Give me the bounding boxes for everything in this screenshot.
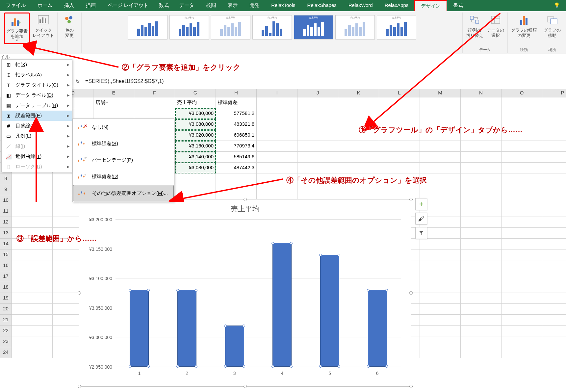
cell-N15[interactable] bbox=[461, 249, 502, 260]
cell-I1[interactable] bbox=[257, 97, 297, 108]
cell-N8[interactable] bbox=[461, 173, 502, 184]
cell-K6[interactable] bbox=[338, 152, 379, 163]
cell-L1[interactable] bbox=[379, 97, 420, 108]
cell-O6[interactable] bbox=[502, 152, 542, 163]
row-header-19[interactable]: 19 bbox=[0, 293, 12, 304]
row-header-9[interactable]: 9 bbox=[0, 184, 12, 195]
cell-K3[interactable] bbox=[338, 119, 379, 130]
cell-P22[interactable] bbox=[542, 326, 566, 336]
cell-O21[interactable] bbox=[502, 315, 542, 326]
move-chart-button[interactable]: グラフの 移動 bbox=[542, 13, 562, 39]
cell-N5[interactable] bbox=[461, 141, 502, 152]
tab-design[interactable]: デザイン bbox=[414, 0, 447, 11]
chart-bar-5[interactable] bbox=[320, 255, 339, 367]
cell-M21[interactable] bbox=[420, 315, 461, 326]
row-header-10[interactable]: 10 bbox=[0, 195, 12, 206]
cell-O20[interactable] bbox=[502, 304, 542, 315]
cell-M15[interactable] bbox=[420, 249, 461, 260]
cell-E1[interactable]: 店舗E bbox=[93, 97, 134, 108]
cell-P21[interactable] bbox=[542, 315, 566, 326]
cell-J5[interactable] bbox=[297, 141, 338, 152]
cell-K5[interactable] bbox=[338, 141, 379, 152]
cell-O8[interactable] bbox=[502, 173, 542, 184]
col-header-M[interactable]: M bbox=[420, 89, 461, 97]
cell-C13[interactable] bbox=[12, 228, 53, 239]
col-header-F[interactable]: F bbox=[134, 89, 175, 97]
cell-H1[interactable]: 標準偏差 bbox=[216, 97, 257, 108]
cell-L2[interactable] bbox=[379, 108, 420, 119]
tab-data[interactable]: データ bbox=[173, 0, 200, 11]
cell-M22[interactable] bbox=[420, 326, 461, 336]
tell-me-icon[interactable]: 💡 bbox=[548, 0, 566, 11]
cell-O9[interactable] bbox=[502, 184, 542, 195]
cell-N16[interactable] bbox=[461, 260, 502, 271]
menu-item-軸[interactable]: ⊞軸(X)▶ bbox=[2, 60, 72, 70]
cell-N13[interactable] bbox=[461, 228, 502, 239]
row-header-21[interactable]: 21 bbox=[0, 315, 12, 326]
chart-style-6[interactable]: 売上平均 bbox=[335, 15, 375, 39]
cell-P7[interactable] bbox=[542, 163, 566, 173]
cell-N23[interactable] bbox=[461, 336, 502, 347]
cell-N19[interactable] bbox=[461, 293, 502, 304]
row-header-18[interactable]: 18 bbox=[0, 282, 12, 293]
select-data-button[interactable]: データの 選択 bbox=[486, 13, 505, 39]
cell-P9[interactable] bbox=[542, 184, 566, 195]
cell-E2[interactable] bbox=[93, 108, 134, 119]
cell-H3[interactable]: 483321.8 bbox=[216, 119, 257, 130]
submenu-item-S[interactable]: 標準誤差(S) bbox=[73, 135, 174, 152]
cell-O10[interactable] bbox=[502, 195, 542, 206]
cell-J7[interactable] bbox=[297, 163, 338, 173]
cell-F2[interactable] bbox=[134, 108, 175, 119]
cell-J3[interactable] bbox=[297, 119, 338, 130]
row-header-20[interactable]: 20 bbox=[0, 304, 12, 315]
cell-L5[interactable] bbox=[379, 141, 420, 152]
menu-item-誤差範囲[interactable]: ⧗誤差範囲(E)▶ bbox=[2, 111, 72, 121]
chart-bar-1[interactable] bbox=[130, 290, 149, 367]
cell-H2[interactable]: 577581.2 bbox=[216, 108, 257, 119]
cell-P2[interactable] bbox=[542, 108, 566, 119]
chart-bar-2[interactable] bbox=[177, 290, 196, 367]
quick-layout-button[interactable]: クイック レイアウト bbox=[31, 13, 55, 44]
col-header-L[interactable]: L bbox=[379, 89, 420, 97]
cell-N10[interactable] bbox=[461, 195, 502, 206]
cell-J6[interactable] bbox=[297, 152, 338, 163]
cell-L3[interactable] bbox=[379, 119, 420, 130]
cell-N18[interactable] bbox=[461, 282, 502, 293]
cell-J9[interactable] bbox=[297, 184, 338, 195]
cell-M16[interactable] bbox=[420, 260, 461, 271]
row-header-16[interactable]: 16 bbox=[0, 260, 12, 271]
cell-N9[interactable] bbox=[461, 184, 502, 195]
cell-C23[interactable] bbox=[12, 336, 53, 347]
cell-N6[interactable] bbox=[461, 152, 502, 163]
chart-plot-area[interactable]: ¥2,950,000¥3,000,000¥3,050,000¥3,100,000… bbox=[116, 219, 401, 367]
col-header-G[interactable]: G bbox=[175, 89, 216, 97]
cell-C8[interactable] bbox=[12, 173, 53, 184]
tab-developer[interactable]: 開発 bbox=[244, 0, 265, 11]
cell-C19[interactable] bbox=[12, 293, 53, 304]
col-header-J[interactable]: J bbox=[297, 89, 338, 97]
col-header-N[interactable]: N bbox=[461, 89, 502, 97]
cell-M3[interactable] bbox=[420, 119, 461, 130]
menu-item-データ テーブル[interactable]: ▦データ テーブル(B)▶ bbox=[2, 100, 72, 111]
cell-L9[interactable] bbox=[379, 184, 420, 195]
cell-O22[interactable] bbox=[502, 326, 542, 336]
cell-O15[interactable] bbox=[502, 249, 542, 260]
cell-C21[interactable] bbox=[12, 315, 53, 326]
row-header-17[interactable]: 17 bbox=[0, 271, 12, 282]
cell-H8[interactable] bbox=[216, 173, 257, 184]
cell-O4[interactable] bbox=[502, 130, 542, 141]
cell-O19[interactable] bbox=[502, 293, 542, 304]
tab-relaxtools[interactable]: RelaxTools bbox=[265, 0, 301, 11]
tab-relaxapps[interactable]: RelaxApps bbox=[379, 0, 415, 11]
cell-O13[interactable] bbox=[502, 228, 542, 239]
cell-P3[interactable] bbox=[542, 119, 566, 130]
cell-C15[interactable] bbox=[12, 249, 53, 260]
cell-M7[interactable] bbox=[420, 163, 461, 173]
cell-N22[interactable] bbox=[461, 326, 502, 336]
row-header-14[interactable]: 14 bbox=[0, 239, 12, 249]
cell-O3[interactable] bbox=[502, 119, 542, 130]
menu-item-凡例[interactable]: ▭凡例(L)▶ bbox=[2, 131, 72, 141]
cell-G9[interactable] bbox=[175, 184, 216, 195]
cell-K2[interactable] bbox=[338, 108, 379, 119]
cell-P11[interactable] bbox=[542, 206, 566, 217]
